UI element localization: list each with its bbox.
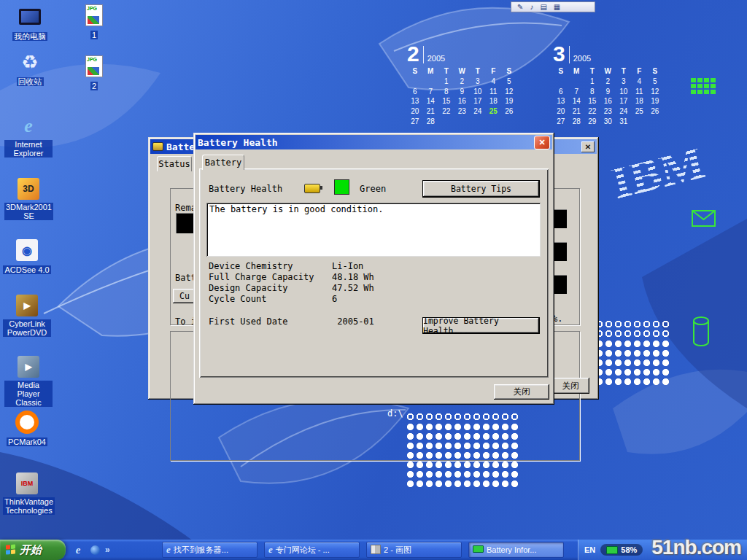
calendar-day: 7 <box>569 87 585 97</box>
day-header: W <box>600 66 616 77</box>
tab-status[interactable]: Status <box>157 156 192 171</box>
icon-label: 我的电脑 <box>12 32 47 41</box>
improve-battery-health-button[interactable]: Improve Battery Health... <box>422 317 540 334</box>
taskbar-task-2[interactable]: e专门网论坛 - ... <box>264 542 360 558</box>
calendar-day: 14 <box>569 96 585 106</box>
dialog-close-action-button[interactable]: 关闭 <box>494 384 549 400</box>
acdsee-icon: ◉ <box>3 238 51 262</box>
calendar-day <box>407 77 423 87</box>
calendar-week: 13141516171819 <box>407 96 517 106</box>
3dmark-icon: 3D <box>4 176 53 201</box>
calendar-week: 12345 <box>553 77 663 87</box>
calendar-day: 20 <box>407 106 423 117</box>
calendar-day: 17 <box>616 96 632 106</box>
start-button[interactable]: 开始 <box>0 540 66 560</box>
calendar-day: 28 <box>569 117 585 127</box>
calendar-header: 22005 <box>407 42 517 63</box>
keyboard-icon[interactable]: ▦ <box>554 2 560 12</box>
day-header: T <box>438 66 454 77</box>
calendar-day: 1 <box>584 77 600 87</box>
battery-tips-button[interactable]: Battery Tips <box>422 180 540 198</box>
desktop-icon-mpc[interactable]: ▶Media Player Classic <box>4 354 53 408</box>
taskbar-task-4[interactable]: Battery Infor... <box>468 542 564 558</box>
calendar-day: 16 <box>600 96 616 106</box>
calendar-day: 29 <box>584 117 600 127</box>
desktop-icon-thinkvantage[interactable]: IBMThinkVantage Technologies <box>3 471 51 516</box>
icon-label: 1 <box>90 31 98 39</box>
field-value: Li-Ion <box>332 261 363 271</box>
first-used-value: 2005-01 <box>337 316 374 327</box>
calendar-day: 2 <box>454 77 471 87</box>
calendar-day: 28 <box>423 117 439 127</box>
field-label: Device Chemistry <box>209 261 332 271</box>
calendar-week: 20212223242526 <box>553 106 663 117</box>
icon-label: Internet Explorer <box>4 140 53 158</box>
windows-logo-icon <box>6 544 16 555</box>
ie-icon[interactable]: e <box>71 542 85 557</box>
first-used-row: First Used Date 2005-01 <box>209 316 374 327</box>
desktop-icon-file-1[interactable]: JPG1 <box>70 3 118 41</box>
tab-battery[interactable]: Battery <box>202 155 244 170</box>
calendar-day <box>470 117 486 127</box>
desktop-icon-pcmark04[interactable]: PCMark04 <box>3 410 51 448</box>
desktop-icon-file-2[interactable]: JPG2 <box>70 54 118 92</box>
calendar-day: 31 <box>616 117 632 127</box>
calendar-day: 14 <box>423 96 439 106</box>
jpg-icon: JPG <box>70 3 118 28</box>
desktop-icon-acdsee[interactable]: ◉ACDSee 4.0 <box>3 238 51 276</box>
desktop-icon-powerdvd[interactable]: ▶CyberLink PowerDVD <box>3 293 51 338</box>
quick-launch-overflow-chevron[interactable]: » <box>105 545 110 555</box>
calendar-day: 7 <box>423 87 439 97</box>
monitor-icon[interactable]: ▤ <box>540 2 546 12</box>
calendar-day <box>632 117 648 127</box>
back-close-button[interactable]: 关闭 <box>551 378 589 394</box>
back-window-close-button[interactable]: ✕ <box>581 141 595 152</box>
desktop-icon-3dmark2001[interactable]: 3D3DMark2001 SE <box>4 176 53 222</box>
calendar-month: 3 <box>553 44 565 63</box>
battery-status-text: Green <box>360 184 386 194</box>
desktop-icon-my-computer[interactable]: 我的电脑 <box>6 4 54 42</box>
pen-icon[interactable]: ✎ <box>517 2 523 12</box>
calendar-week: 12345 <box>407 77 517 87</box>
calendar-divider <box>423 46 424 63</box>
calendar-day: 5 <box>647 77 663 87</box>
calendar-day: 21 <box>423 106 439 117</box>
icon-label: CyberLink PowerDVD <box>3 319 51 337</box>
icon-label: PCMark04 <box>7 438 47 446</box>
language-indicator[interactable]: EN <box>584 545 595 554</box>
dialog-close-button[interactable]: ✕ <box>534 136 550 149</box>
calendar-day: 25 <box>632 106 648 117</box>
icon-label: 3DMark2001 SE <box>4 203 53 220</box>
calendar-day <box>454 117 471 127</box>
desktop-icon-recycle-bin[interactable]: ♻回收站 <box>6 50 54 88</box>
desktop-icon-internet-explorer[interactable]: eInternet Explorer <box>4 114 53 159</box>
calendar-week: 20212223242526 <box>407 106 517 117</box>
calendar-day: 6 <box>407 87 423 97</box>
calendar-day <box>486 117 502 127</box>
calendar-day: 30 <box>600 117 616 127</box>
taskbar-task-3[interactable]: 2 - 画图 <box>366 542 462 558</box>
calendar-day: 26 <box>501 106 517 117</box>
dialog-title: Battery Health <box>198 137 531 148</box>
wallpaper-calendar-2: 22005SMTWTFS1234567891011121314151617181… <box>407 42 517 127</box>
calendar-day: 4 <box>632 77 648 87</box>
language-toolbar[interactable]: ✎♪▤▦ <box>511 1 595 12</box>
speaker-icon[interactable]: ♪ <box>530 2 533 12</box>
condition-box: The battery is in good condition. <box>206 203 541 257</box>
pcmark-icon <box>3 410 51 435</box>
field-row: Cycle Count6 <box>209 294 374 305</box>
thinkvantage-icon: IBM <box>3 471 51 496</box>
field-row: Full Charge Capacity48.18 Wh <box>209 272 374 283</box>
tray-battery-indicator[interactable]: 58% <box>600 544 643 556</box>
calendar-day <box>438 117 454 127</box>
calendar-day <box>423 77 439 87</box>
calendar-day: 6 <box>553 87 569 97</box>
calendar-day: 12 <box>647 87 663 97</box>
calendar-day: 27 <box>553 117 569 127</box>
calendar-day: 9 <box>600 87 616 97</box>
task-label: 2 - 画图 <box>384 545 411 556</box>
task-label: 专门网论坛 - ... <box>276 545 330 556</box>
wallpaper-calendar-3: 32005SMTWTFS1234567891011121314151617181… <box>553 42 663 127</box>
taskbar-task-1[interactable]: e找不到服务器... <box>162 542 258 558</box>
media-player-icon[interactable] <box>88 542 101 557</box>
